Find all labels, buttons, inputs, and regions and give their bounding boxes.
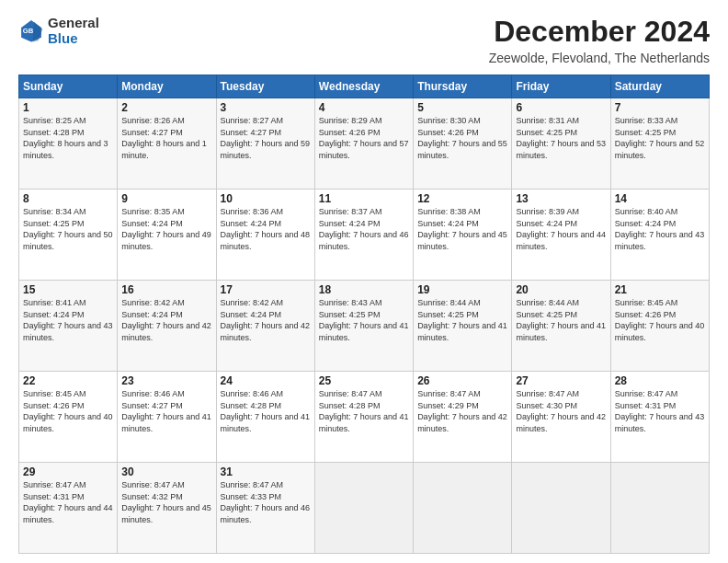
calendar-cell: 6Sunrise: 8:31 AMSunset: 4:25 PMDaylight… [512, 98, 610, 190]
day-info: Sunrise: 8:39 AMSunset: 4:24 PMDaylight:… [516, 207, 606, 251]
day-number: 6 [516, 101, 606, 114]
day-info: Sunrise: 8:36 AMSunset: 4:24 PMDaylight:… [221, 207, 311, 251]
calendar-cell: 28Sunrise: 8:47 AMSunset: 4:31 PMDayligh… [610, 372, 709, 463]
day-number: 17 [221, 283, 311, 296]
calendar-cell: 20Sunrise: 8:44 AMSunset: 4:25 PMDayligh… [512, 281, 610, 372]
day-info: Sunrise: 8:42 AMSunset: 4:24 PMDaylight:… [121, 298, 211, 342]
day-info: Sunrise: 8:45 AMSunset: 4:26 PMDaylight:… [23, 389, 113, 433]
day-number: 22 [23, 374, 113, 387]
day-info: Sunrise: 8:47 AMSunset: 4:31 PMDaylight:… [615, 389, 705, 433]
day-number: 28 [615, 374, 705, 387]
calendar-cell: 24Sunrise: 8:46 AMSunset: 4:28 PMDayligh… [216, 372, 314, 463]
day-info: Sunrise: 8:33 AMSunset: 4:25 PMDaylight:… [615, 116, 705, 160]
day-info: Sunrise: 8:47 AMSunset: 4:30 PMDaylight:… [516, 389, 606, 433]
week-row-2: 8Sunrise: 8:34 AMSunset: 4:25 PMDaylight… [19, 190, 710, 281]
day-header-friday: Friday [512, 75, 610, 98]
day-number: 1 [23, 101, 113, 114]
day-info: Sunrise: 8:34 AMSunset: 4:25 PMDaylight:… [23, 207, 113, 251]
day-info: Sunrise: 8:47 AMSunset: 4:28 PMDaylight:… [319, 389, 409, 433]
day-info: Sunrise: 8:44 AMSunset: 4:25 PMDaylight:… [417, 298, 507, 342]
calendar-table: SundayMondayTuesdayWednesdayThursdayFrid… [18, 75, 710, 554]
calendar-cell: 5Sunrise: 8:30 AMSunset: 4:26 PMDaylight… [414, 98, 512, 190]
day-info: Sunrise: 8:46 AMSunset: 4:27 PMDaylight:… [121, 389, 211, 433]
calendar-cell: 19Sunrise: 8:44 AMSunset: 4:25 PMDayligh… [414, 281, 512, 372]
page: GB General Blue December 2024 Zeewolde, … [0, 0, 728, 563]
day-info: Sunrise: 8:26 AMSunset: 4:27 PMDaylight:… [121, 116, 207, 160]
calendar-cell: 13Sunrise: 8:39 AMSunset: 4:24 PMDayligh… [512, 190, 610, 281]
day-header-wednesday: Wednesday [314, 75, 413, 98]
day-number: 15 [23, 283, 113, 296]
day-number: 21 [615, 283, 705, 296]
day-number: 26 [417, 374, 507, 387]
day-number: 31 [221, 465, 311, 478]
day-info: Sunrise: 8:47 AMSunset: 4:29 PMDaylight:… [417, 389, 507, 433]
calendar-cell: 16Sunrise: 8:42 AMSunset: 4:24 PMDayligh… [118, 281, 216, 372]
calendar-cell: 30Sunrise: 8:47 AMSunset: 4:32 PMDayligh… [118, 463, 216, 554]
week-row-4: 22Sunrise: 8:45 AMSunset: 4:26 PMDayligh… [19, 372, 710, 463]
calendar-cell [414, 463, 512, 554]
calendar-cell: 31Sunrise: 8:47 AMSunset: 4:33 PMDayligh… [216, 463, 314, 554]
day-number: 3 [221, 101, 311, 114]
day-info: Sunrise: 8:44 AMSunset: 4:25 PMDaylight:… [516, 298, 606, 342]
day-info: Sunrise: 8:29 AMSunset: 4:26 PMDaylight:… [319, 116, 409, 160]
calendar-cell: 4Sunrise: 8:29 AMSunset: 4:26 PMDaylight… [314, 98, 413, 190]
day-info: Sunrise: 8:38 AMSunset: 4:24 PMDaylight:… [417, 207, 507, 251]
calendar-cell: 15Sunrise: 8:41 AMSunset: 4:24 PMDayligh… [19, 281, 118, 372]
calendar-cell [610, 463, 709, 554]
calendar-cell: 25Sunrise: 8:47 AMSunset: 4:28 PMDayligh… [314, 372, 413, 463]
day-info: Sunrise: 8:31 AMSunset: 4:25 PMDaylight:… [516, 116, 606, 160]
calendar-cell: 27Sunrise: 8:47 AMSunset: 4:30 PMDayligh… [512, 372, 610, 463]
week-row-1: 1Sunrise: 8:25 AMSunset: 4:28 PMDaylight… [19, 98, 710, 190]
day-header-thursday: Thursday [414, 75, 512, 98]
day-number: 7 [615, 101, 705, 114]
week-row-3: 15Sunrise: 8:41 AMSunset: 4:24 PMDayligh… [19, 281, 710, 372]
day-number: 4 [319, 101, 409, 114]
day-info: Sunrise: 8:35 AMSunset: 4:24 PMDaylight:… [121, 207, 211, 251]
logo: GB General Blue [18, 15, 99, 47]
day-info: Sunrise: 8:40 AMSunset: 4:24 PMDaylight:… [615, 207, 705, 251]
day-header-monday: Monday [118, 75, 216, 98]
day-number: 20 [516, 283, 606, 296]
day-info: Sunrise: 8:27 AMSunset: 4:27 PMDaylight:… [221, 116, 311, 160]
day-info: Sunrise: 8:47 AMSunset: 4:33 PMDaylight:… [221, 480, 311, 524]
calendar-cell: 9Sunrise: 8:35 AMSunset: 4:24 PMDaylight… [118, 190, 216, 281]
day-number: 10 [221, 192, 311, 205]
logo-text: General Blue [48, 15, 99, 47]
day-header-tuesday: Tuesday [216, 75, 314, 98]
day-info: Sunrise: 8:25 AMSunset: 4:28 PMDaylight:… [23, 116, 108, 160]
day-info: Sunrise: 8:45 AMSunset: 4:26 PMDaylight:… [615, 298, 705, 342]
calendar-cell: 17Sunrise: 8:42 AMSunset: 4:24 PMDayligh… [216, 281, 314, 372]
day-header-saturday: Saturday [610, 75, 709, 98]
day-info: Sunrise: 8:42 AMSunset: 4:24 PMDaylight:… [221, 298, 311, 342]
calendar-cell: 7Sunrise: 8:33 AMSunset: 4:25 PMDaylight… [610, 98, 709, 190]
day-info: Sunrise: 8:30 AMSunset: 4:26 PMDaylight:… [417, 116, 507, 160]
day-number: 18 [319, 283, 409, 296]
svg-text:GB: GB [23, 27, 34, 35]
day-number: 23 [121, 374, 211, 387]
day-header-sunday: Sunday [19, 75, 118, 98]
calendar-cell: 1Sunrise: 8:25 AMSunset: 4:28 PMDaylight… [19, 98, 118, 190]
day-number: 11 [319, 192, 409, 205]
location: Zeewolde, Flevoland, The Netherlands [489, 51, 710, 65]
day-info: Sunrise: 8:43 AMSunset: 4:25 PMDaylight:… [319, 298, 409, 342]
calendar-cell: 8Sunrise: 8:34 AMSunset: 4:25 PMDaylight… [19, 190, 118, 281]
day-number: 13 [516, 192, 606, 205]
day-number: 9 [121, 192, 211, 205]
calendar-cell: 22Sunrise: 8:45 AMSunset: 4:26 PMDayligh… [19, 372, 118, 463]
logo-icon: GB [18, 17, 44, 43]
logo-blue: Blue [48, 30, 99, 46]
month-title: December 2024 [489, 15, 710, 49]
day-info: Sunrise: 8:46 AMSunset: 4:28 PMDaylight:… [221, 389, 311, 433]
day-info: Sunrise: 8:47 AMSunset: 4:32 PMDaylight:… [121, 480, 211, 524]
svg-marker-1 [33, 22, 43, 42]
calendar-cell: 23Sunrise: 8:46 AMSunset: 4:27 PMDayligh… [118, 372, 216, 463]
day-number: 14 [615, 192, 705, 205]
calendar-cell: 21Sunrise: 8:45 AMSunset: 4:26 PMDayligh… [610, 281, 709, 372]
calendar-cell: 26Sunrise: 8:47 AMSunset: 4:29 PMDayligh… [414, 372, 512, 463]
calendar-cell: 3Sunrise: 8:27 AMSunset: 4:27 PMDaylight… [216, 98, 314, 190]
header-row: SundayMondayTuesdayWednesdayThursdayFrid… [19, 75, 710, 98]
title-block: December 2024 Zeewolde, Flevoland, The N… [489, 15, 710, 65]
calendar-cell: 10Sunrise: 8:36 AMSunset: 4:24 PMDayligh… [216, 190, 314, 281]
day-number: 2 [121, 101, 211, 114]
calendar-cell: 14Sunrise: 8:40 AMSunset: 4:24 PMDayligh… [610, 190, 709, 281]
